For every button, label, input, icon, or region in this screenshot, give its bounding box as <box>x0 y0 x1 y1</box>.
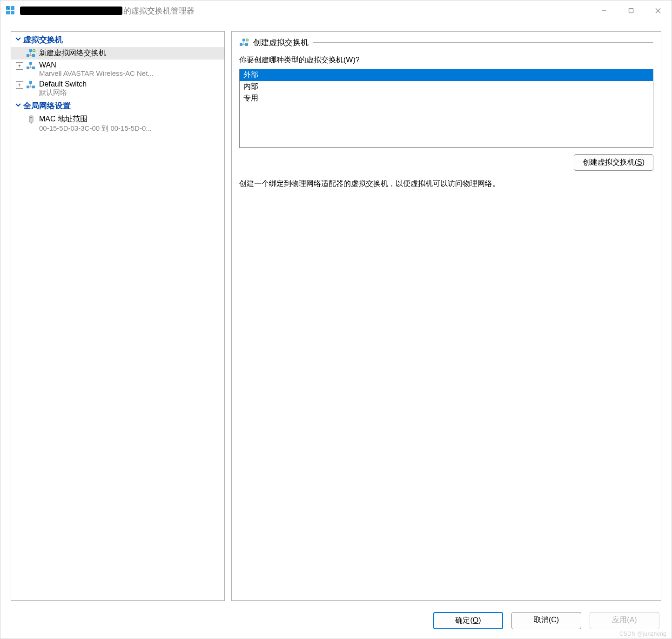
expand-icon[interactable]: + <box>16 62 23 70</box>
new-switch-icon <box>239 39 249 47</box>
window-title-suffix: 的虚拟交换机管理器 <box>123 6 195 16</box>
window-controls <box>591 0 672 21</box>
create-switch-button[interactable]: 创建虚拟交换机(S) <box>574 154 653 171</box>
tree-item-sublabel: 00-15-5D-03-3C-00 到 00-15-5D-0... <box>39 124 222 133</box>
svg-rect-3 <box>11 11 14 14</box>
svg-rect-18 <box>29 62 32 65</box>
divider <box>313 42 653 43</box>
expand-icon[interactable]: + <box>16 81 23 89</box>
svg-rect-5 <box>629 9 633 13</box>
section-virtual-switches[interactable]: 虚拟交换机 <box>11 33 224 47</box>
content-area: 虚拟交换机 新建虚拟网络交换机 + WAN <box>0 21 672 605</box>
tree: 虚拟交换机 新建虚拟网络交换机 + WAN <box>11 32 224 135</box>
collapse-icon <box>14 35 22 45</box>
collapse-icon <box>14 101 22 111</box>
group-title: 创建虚拟交换机 <box>253 37 309 48</box>
svg-rect-10 <box>29 49 32 52</box>
tree-item-label: WAN <box>39 61 222 69</box>
right-panel: 创建虚拟交换机 你要创建哪种类型的虚拟交换机(W)? 外部 内部 专用 创建虚拟… <box>231 31 661 601</box>
svg-rect-1 <box>11 6 14 10</box>
switch-icon <box>26 81 36 89</box>
app-icon <box>5 5 16 16</box>
window: 的虚拟交换机管理器 虚拟交换机 <box>0 0 672 639</box>
tree-item-wan[interactable]: + WAN Marvell AVASTAR Wireless-AC Net... <box>11 60 224 79</box>
type-description: 创建一个绑定到物理网络适配器的虚拟交换机，以便虚拟机可以访问物理网络。 <box>239 179 653 189</box>
minimize-button[interactable] <box>591 0 618 21</box>
watermark: CSDN @junzheng <box>619 631 666 637</box>
maximize-button[interactable] <box>618 0 645 21</box>
svg-rect-23 <box>29 81 32 84</box>
redacted-hostname <box>20 7 122 15</box>
tree-item-mac-range[interactable]: MAC 地址范围 00-15-5D-03-3C-00 到 00-15-5D-0.… <box>11 113 224 134</box>
tree-item-label: MAC 地址范围 <box>39 114 222 124</box>
type-option-private[interactable]: 专用 <box>240 93 653 104</box>
svg-rect-31 <box>242 39 245 41</box>
tree-item-label: Default Switch <box>39 80 222 88</box>
section-label: 全局网络设置 <box>23 100 71 111</box>
titlebar: 的虚拟交换机管理器 <box>0 0 672 21</box>
cancel-button[interactable]: 取消(C) <box>511 612 581 629</box>
new-switch-icon <box>26 49 36 58</box>
tree-item-default-switch[interactable]: + Default Switch 默认网络 <box>11 79 224 99</box>
switch-icon <box>26 62 36 70</box>
ok-button[interactable]: 确定(O) <box>433 612 503 629</box>
type-option-internal[interactable]: 内部 <box>240 81 653 93</box>
svg-rect-2 <box>6 11 10 14</box>
nic-icon <box>26 115 36 125</box>
group-header: 创建虚拟交换机 <box>239 37 653 48</box>
tree-item-sublabel: Marvell AVASTAR Wireless-AC Net... <box>39 69 222 77</box>
tree-item-sublabel: 默认网络 <box>39 88 222 97</box>
footer: 确定(O) 取消(C) 应用(A) <box>0 605 672 639</box>
type-prompt: 你要创建哪种类型的虚拟交换机(W)? <box>239 55 653 65</box>
section-global-network[interactable]: 全局网络设置 <box>11 99 224 113</box>
tree-item-new-switch[interactable]: 新建虚拟网络交换机 <box>11 47 224 60</box>
close-button[interactable] <box>645 0 672 21</box>
left-panel: 虚拟交换机 新建虚拟网络交换机 + WAN <box>11 31 225 601</box>
type-option-external[interactable]: 外部 <box>240 69 653 81</box>
apply-button: 应用(A) <box>590 612 659 629</box>
svg-rect-27 <box>30 117 32 118</box>
switch-type-list[interactable]: 外部 内部 专用 <box>239 69 653 148</box>
section-label: 虚拟交换机 <box>23 34 63 45</box>
tree-item-label: 新建虚拟网络交换机 <box>39 48 222 58</box>
